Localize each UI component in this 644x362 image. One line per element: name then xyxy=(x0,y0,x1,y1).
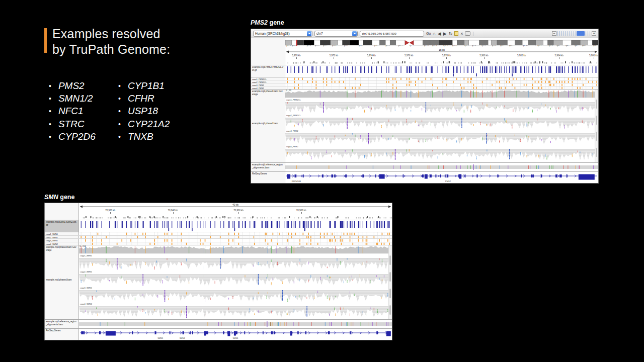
ruler-tick xyxy=(409,57,410,59)
accent-bar xyxy=(44,28,47,53)
alignment-label-cell[interactable]: example.mjd.phased.bam Coverageexample.m… xyxy=(251,89,285,162)
scrollbar-thumb[interactable] xyxy=(596,100,597,109)
bullet-glyph: • xyxy=(118,120,121,128)
haplotype-track-label[interactable]: copy2_SMN1 xyxy=(45,236,79,239)
coverage-range-label: [0 - 99] xyxy=(286,89,291,92)
coverage-histogram xyxy=(79,245,388,253)
gene-name: CYP2D6 xyxy=(58,131,96,142)
go-button[interactable]: Go xyxy=(426,32,431,35)
haplotype-track-name: copy1_PMS2CL xyxy=(252,78,267,80)
reference-track-name: example.mjd.reference_region_alignments.… xyxy=(252,163,283,169)
home-icon[interactable]: ⌂ xyxy=(433,31,435,36)
ruler-tick xyxy=(484,57,485,59)
ruler-tick-label: 5,974 kb xyxy=(367,54,375,57)
ruler-tick-label: 5,980 kb xyxy=(479,54,488,57)
read-group-label: copy2_SMN1 xyxy=(79,270,388,274)
refseq-track-name: RefSeq Genes xyxy=(46,329,61,332)
scrollbar-thumb[interactable] xyxy=(389,305,391,315)
gene-list-left: •PMS2•SMN1/2•NFC1•STRC•CYP2D6 xyxy=(49,79,96,143)
back-icon[interactable]: ◀ xyxy=(438,31,441,36)
ruler-tick xyxy=(301,212,302,214)
zoom-slider-thumb[interactable] xyxy=(577,31,585,36)
reference-alignments-label[interactable]: example.mjd.reference_region_alignments.… xyxy=(251,163,285,171)
cytoband-label: q21.12 xyxy=(452,45,457,47)
refresh-icon[interactable]: ↻ xyxy=(449,31,453,36)
cytoband-label: q36.1 xyxy=(582,45,586,47)
gene-list-item: •NFC1 xyxy=(49,105,96,118)
ruler-tick-label: 5,972 kb xyxy=(330,54,338,57)
ruler-tick xyxy=(522,57,522,59)
gene-name: CYP21A2 xyxy=(128,119,170,130)
scrollbar-thumb[interactable] xyxy=(596,116,597,125)
haplotype-track-label[interactable]: copy2_PMS2CL xyxy=(251,80,285,83)
ruler-tick xyxy=(173,212,174,214)
cytoband-label: p21.2 xyxy=(315,45,319,47)
haplotype-track-name: copy4_PMS2 xyxy=(252,87,264,89)
bullet-glyph: • xyxy=(49,82,51,90)
read-row-hatch xyxy=(79,290,388,302)
refseq-genes-label[interactable]: RefSeq Genes xyxy=(251,172,285,184)
zoom-slider[interactable] xyxy=(557,31,591,36)
ruler-tick-label: 70,960 kb xyxy=(233,209,244,212)
scrollbar-thumb[interactable] xyxy=(596,132,597,141)
haplotype-variant-track xyxy=(285,80,598,83)
alignment-section: [0 - 99]copy1_PMS2CLcopy2_PMS2CLcopy3_PM… xyxy=(285,89,595,162)
vcf-track-label[interactable]: example.mjd.SMN1-SMN2.vcf.gz xyxy=(45,220,79,232)
pms2-panel-title: PMS2 gene xyxy=(251,19,284,26)
zoom-out-button[interactable]: − xyxy=(552,31,556,36)
gene-list-item: •TNXB xyxy=(118,131,170,143)
read-row-hatch xyxy=(285,102,595,114)
scrollbar-thumb[interactable] xyxy=(389,255,391,265)
scrollbar-thumb[interactable] xyxy=(596,148,597,157)
cytoband-label: p13 xyxy=(374,45,377,47)
cytoband-label: q21.3 xyxy=(472,45,476,47)
haplotype-track-label[interactable]: copy4_SMN2 xyxy=(45,242,79,245)
scrollbar-thumb[interactable] xyxy=(389,272,391,282)
read-pileup xyxy=(285,148,595,160)
haplotype-track-label[interactable]: copy3_PMS2 xyxy=(251,83,285,86)
haplotype-track-label[interactable]: copy1_PMS2CL xyxy=(251,77,285,80)
read-row-hatch xyxy=(285,148,595,160)
alignment-scrollbar xyxy=(595,89,598,162)
gene-name-label: SMN1 xyxy=(232,337,238,339)
read-pileup xyxy=(285,133,595,145)
bam-track-name: example.mjd.phased.bam xyxy=(46,279,78,282)
region-icon[interactable] xyxy=(454,31,458,36)
refseq-genes-label[interactable]: RefSeq Genes xyxy=(45,329,79,340)
read-row-hatch xyxy=(79,257,388,270)
igv-toolbar: Human (GRCh38/hg38)chr7Go⌂◀▶↻×|−+ xyxy=(251,29,598,38)
haplotype-track-name: copy4_SMN2 xyxy=(46,243,58,245)
igv-panel-smn: 40 kb70,920 kb70,940 kb70,960 kb70,980 k… xyxy=(44,203,392,340)
haplotype-track-label[interactable]: copy1_SMN1 xyxy=(45,232,79,235)
locus-input[interactable] xyxy=(360,31,424,37)
cytoband-label: p14.2 xyxy=(359,45,363,47)
ruler-label-cell xyxy=(251,48,285,65)
haplotype-track-label[interactable]: copy4_PMS2 xyxy=(251,86,285,89)
haplotype-variant-track xyxy=(285,77,598,80)
scrollbar-thumb[interactable] xyxy=(389,289,391,298)
gene-name-label: SMN1 xyxy=(157,337,163,339)
slide: Examples resolved by TruPath Genome: •PM… xyxy=(0,0,644,362)
cytoband-label: q11.1 xyxy=(410,45,414,47)
vcf-track-label[interactable]: example.mjd.PMS2-PMS2CL.vcf.gz xyxy=(251,65,285,77)
gene-model xyxy=(79,329,392,337)
variant-bars xyxy=(285,65,598,77)
cytoband-label: q33 xyxy=(557,45,559,47)
haplotype-track-label[interactable]: copy3_SMN1 xyxy=(45,239,79,242)
haplotype-track-name: copy2_PMS2CL xyxy=(252,81,267,83)
reference-alignments-label[interactable]: example.mjd.reference_region_alignments.… xyxy=(45,320,79,328)
bullet-glyph: • xyxy=(118,133,121,141)
chromosome-select[interactable]: chr7 xyxy=(314,31,358,37)
forward-icon[interactable]: ▶ xyxy=(443,31,447,36)
gene-list-item: •STRC xyxy=(49,118,96,130)
read-pileup xyxy=(79,257,388,270)
read-group-label: copy4_SMN2 xyxy=(79,302,388,306)
popup-text-icon[interactable] xyxy=(465,31,470,36)
close-icon[interactable]: × xyxy=(460,31,463,36)
gene-name: CFHR xyxy=(128,93,154,104)
alignment-label-cell[interactable]: example.mjd.phased.bam Coverageexample.m… xyxy=(45,245,79,319)
gene-list-item: •CYP1B1 xyxy=(118,79,170,92)
zoom-in-button[interactable]: + xyxy=(592,31,596,36)
selected-value: chr7 xyxy=(316,32,351,35)
genome-select[interactable]: Human (GRCh38/hg38) xyxy=(253,31,312,37)
